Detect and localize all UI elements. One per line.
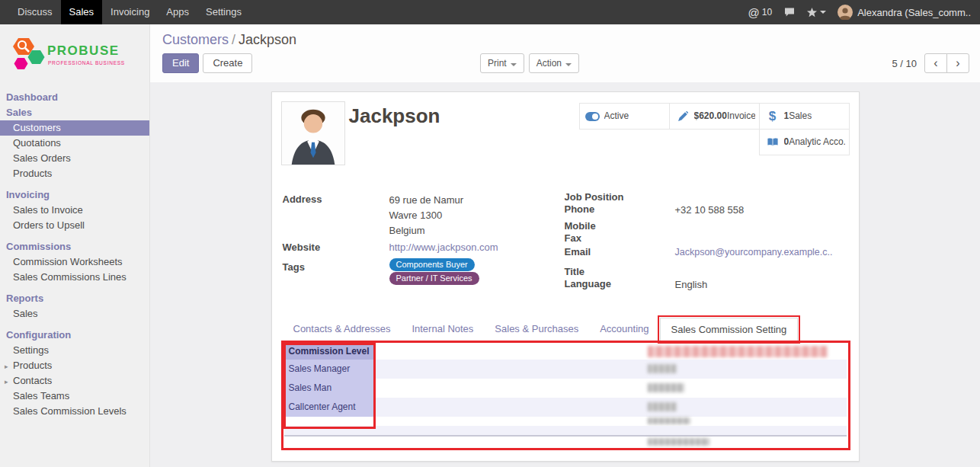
sidebar-section-invoicing[interactable]: Invoicing xyxy=(0,187,149,203)
create-button[interactable]: Create xyxy=(203,53,252,73)
email-link[interactable]: Jackpson@yourcompany.example.c.. xyxy=(675,247,833,257)
redacted-value xyxy=(648,364,677,373)
pencil-icon xyxy=(674,111,692,122)
commission-level-header[interactable]: Commission Level xyxy=(284,344,375,360)
sidebar-item-config-products[interactable]: ▸Products xyxy=(0,358,149,373)
stat-label: Analytic Acco... xyxy=(789,137,844,147)
sidebar-item-sales-to-invoice[interactable]: Sales to Invoice xyxy=(0,203,149,218)
sidebar-item-sales-teams[interactable]: Sales Teams xyxy=(0,389,149,404)
chat-bubble-icon[interactable] xyxy=(783,7,796,18)
phone-label: Phone xyxy=(565,203,595,215)
sidebar-section-reports[interactable]: Reports xyxy=(0,291,149,306)
sidebar-section-sales[interactable]: Sales xyxy=(0,105,149,120)
menu-discuss[interactable]: Discuss xyxy=(9,0,61,24)
tab-sales-purchases[interactable]: Sales & Purchases xyxy=(484,318,589,341)
user-name: Alexandra (Sales_comm.. xyxy=(857,7,971,18)
table-row[interactable]: Callcenter Agent xyxy=(284,398,847,417)
tab-accounting[interactable]: Accounting xyxy=(589,318,659,341)
table-row-empty[interactable] xyxy=(284,417,847,426)
language-label: Language xyxy=(565,278,611,289)
mention-count: 10 xyxy=(762,7,772,18)
redacted-value xyxy=(648,402,677,411)
sidebar-item-sales-commissions-lines[interactable]: Sales Commissions Lines xyxy=(0,270,149,285)
logo-hexagon-pink xyxy=(14,58,28,69)
expand-caret-icon[interactable]: ▸ xyxy=(5,376,8,387)
active-stat-button[interactable]: Active xyxy=(579,103,670,130)
breadcrumb-separator: / xyxy=(229,32,239,47)
tab-contacts-addresses[interactable]: Contacts & Addresses xyxy=(283,318,402,341)
sidebar-section-commissions[interactable]: Commissions xyxy=(0,239,149,254)
commission-level-cell[interactable]: Callcenter Agent xyxy=(284,398,375,417)
sidebar-item-products[interactable]: Products xyxy=(0,166,149,181)
fax-label: Fax xyxy=(565,232,581,244)
top-navbar: Discuss Sales Invoicing Apps Settings @ … xyxy=(0,0,980,24)
phone-value[interactable]: +32 10 588 558 xyxy=(675,204,745,216)
address-line-1[interactable]: 69 rue de Namur xyxy=(389,194,464,206)
table-row[interactable]: Sales Man xyxy=(284,379,847,398)
redacted-value xyxy=(648,417,690,424)
table-row-empty[interactable] xyxy=(284,426,847,435)
pager-next-button[interactable]: › xyxy=(946,53,969,73)
sidebar-item-sales-orders[interactable]: Sales Orders xyxy=(0,151,149,166)
commission-table: Commission Level Sales Manager Sales Man… xyxy=(284,344,847,446)
language-value[interactable]: English xyxy=(675,279,708,290)
invoiced-stat-button[interactable]: $620.00Invoiced xyxy=(669,103,760,130)
expand-caret-icon[interactable]: ▸ xyxy=(5,361,8,372)
sidebar-item-orders-to-upsell[interactable]: Orders to Upsell xyxy=(0,218,149,233)
star-icon xyxy=(807,8,817,18)
stat-label: Active xyxy=(604,111,629,121)
print-dropdown[interactable]: Print xyxy=(480,53,524,73)
address-line-3[interactable]: Belgium xyxy=(389,225,425,236)
stat-button-grid: Active $620.00Invoiced $ 1Sales xyxy=(577,104,850,155)
svg-text:PROFESSIONAL BUSINESS: PROFESSIONAL BUSINESS xyxy=(48,60,125,66)
edit-button[interactable]: Edit xyxy=(162,53,199,73)
website-label: Website xyxy=(283,241,321,253)
user-menu[interactable]: Alexandra (Sales_comm.. xyxy=(837,5,971,20)
menu-sales[interactable]: Sales xyxy=(61,0,103,24)
sidebar-section-dashboard[interactable]: Dashboard xyxy=(0,90,149,105)
commission-level-cell[interactable]: Sales Man xyxy=(284,379,375,398)
probuse-logo: PROBUSE PROFESSIONAL BUSINESS xyxy=(0,24,149,90)
control-panel: Customers/Jackpson Edit Create Print Act… xyxy=(150,24,980,82)
sidebar-item-reports-sales[interactable]: Sales xyxy=(0,306,149,321)
sidebar-item-customers[interactable]: Customers xyxy=(0,120,149,136)
main-area: Customers/Jackpson Edit Create Print Act… xyxy=(150,24,980,467)
form-view: Jackpson Active $620.00Invoiced xyxy=(150,82,980,467)
redacted-value xyxy=(648,383,684,392)
sidebar-item-quotations[interactable]: Quotations xyxy=(0,136,149,151)
action-label: Action xyxy=(536,58,562,69)
table-row[interactable]: Sales Manager xyxy=(284,360,847,379)
mobile-label: Mobile xyxy=(565,220,596,232)
breadcrumb-customers[interactable]: Customers xyxy=(162,32,229,47)
redacted-column-header xyxy=(648,346,828,357)
breadcrumb-current: Jackpson xyxy=(239,32,296,47)
tag-partner-it-services[interactable]: Partner / IT Services xyxy=(389,272,479,285)
redacted-total xyxy=(648,438,709,446)
sidebar-item-label: Contacts xyxy=(13,375,52,386)
sidebar-item-sales-commission-levels[interactable]: Sales Commission Levels xyxy=(0,404,149,419)
sales-stat-button[interactable]: $ 1Sales xyxy=(759,103,850,130)
analytic-stat-button[interactable]: 0Analytic Acco... xyxy=(759,129,850,155)
chevron-down-icon xyxy=(820,11,826,14)
address-line-2[interactable]: Wavre 1300 xyxy=(389,210,443,221)
customer-photo[interactable] xyxy=(281,101,345,165)
tags-label: Tags xyxy=(283,261,305,273)
tab-sales-commission-setting[interactable]: Sales Commission Setting xyxy=(660,318,799,342)
job-position-label: Job Position xyxy=(565,191,624,203)
action-dropdown[interactable]: Action xyxy=(529,53,579,73)
sidebar-item-commission-worksheets[interactable]: Commission Worksheets xyxy=(0,254,149,270)
menu-invoicing[interactable]: Invoicing xyxy=(102,0,158,24)
mention-counter[interactable]: @ 10 xyxy=(748,6,773,19)
website-link[interactable]: http://www.jackpson.com xyxy=(389,241,498,253)
sidebar-section-configuration[interactable]: Configuration xyxy=(0,328,149,343)
tab-internal-notes[interactable]: Internal Notes xyxy=(401,318,484,341)
sidebar-item-settings[interactable]: Settings xyxy=(0,343,149,358)
tag-components-buyer[interactable]: Components Buyer xyxy=(389,258,475,271)
commission-level-cell[interactable]: Sales Manager xyxy=(284,360,375,379)
pager-previous-button[interactable]: ‹ xyxy=(924,53,947,73)
sidebar-item-config-contacts[interactable]: ▸Contacts xyxy=(0,373,149,389)
menu-settings[interactable]: Settings xyxy=(197,0,250,24)
star-menu[interactable] xyxy=(807,8,826,18)
notebook-tabs: Contacts & Addresses Internal Notes Sale… xyxy=(283,318,849,342)
menu-apps[interactable]: Apps xyxy=(158,0,197,24)
